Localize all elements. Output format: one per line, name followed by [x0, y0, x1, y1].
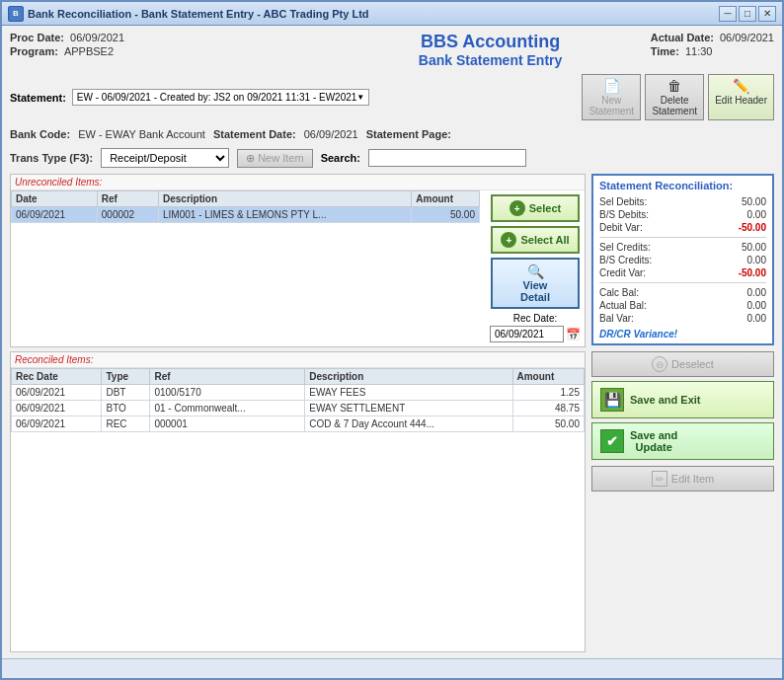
sel-credits-value: 50.00	[742, 242, 766, 253]
edit-item-area: ✏ Edit Item	[591, 466, 774, 491]
select-all-icon: +	[501, 232, 516, 248]
deselect-icon: ⊖	[652, 356, 667, 372]
save-update-label: Save andUpdate	[630, 429, 677, 453]
right-info: Actual Date: 06/09/2021 Time: 11:30	[651, 32, 774, 57]
select-button[interactable]: + Select	[491, 194, 580, 222]
bs-debits-value: 0.00	[747, 209, 766, 220]
table-header-row: Date Ref Description Amount	[12, 191, 480, 207]
reconciled-table-area: Rec Date Type Ref Description Amount	[11, 368, 585, 432]
rec-amount-col-header: Amount	[512, 369, 585, 385]
delete-icon: 🗑	[667, 78, 681, 94]
save-exit-label: Save and Exit	[630, 394, 701, 406]
bal-var-value: 0.00	[747, 313, 766, 324]
statement-date-value: 06/09/2021	[304, 128, 358, 140]
window-title: Bank Reconciliation - Bank Statement Ent…	[28, 8, 719, 20]
bank-code-value: EW - EWAY Bank Account	[78, 128, 205, 140]
dropdown-arrow-icon: ▼	[356, 93, 364, 102]
rec-row-type: REC	[102, 416, 150, 432]
divider-1	[599, 237, 766, 238]
save-exit-button[interactable]: 💾 Save and Exit	[591, 381, 774, 418]
row-amount: 50.00	[412, 207, 480, 223]
deselect-button[interactable]: ⊖ Deselect	[591, 351, 774, 377]
sel-credits-row: Sel Credits: 50.00	[599, 241, 766, 254]
table-row[interactable]: 06/09/2021 DBT 0100/5170 EWAY FEES 1.25	[12, 385, 585, 401]
rec-row-date: 06/09/2021	[12, 401, 102, 416]
table-row[interactable]: 06/09/2021 000002 LIM001 - LIMES & LEMON…	[12, 207, 480, 223]
rec-row-amount: 50.00	[512, 416, 585, 432]
view-detail-button[interactable]: 🔍 ViewDetail	[491, 258, 580, 309]
status-bar	[2, 658, 782, 678]
rec-row-amount: 1.25	[512, 385, 585, 401]
rec-date-area: Rec Date: 📅	[490, 313, 581, 342]
maximize-button[interactable]: □	[739, 6, 756, 22]
trans-type-row: Trans Type (F3): Receipt/Deposit ⊕ New I…	[10, 146, 774, 170]
select-icon: +	[510, 200, 525, 216]
program-label: Program:	[10, 45, 58, 57]
bal-var-label: Bal Var:	[599, 313, 634, 324]
time-row: Time: 11:30	[651, 45, 774, 57]
bs-credits-label: B/S Credits:	[599, 255, 652, 265]
save-exit-icon: 💾	[600, 388, 624, 412]
rec-ref-col-header: Ref	[150, 369, 305, 385]
app-icon: B	[8, 6, 24, 22]
close-button[interactable]: ✕	[758, 6, 776, 22]
select-all-button[interactable]: + Select All	[491, 226, 580, 254]
edit-header-button[interactable]: ✏️ Edit Header	[708, 74, 774, 120]
content-area: Unreconciled Items: Date Ref Description…	[10, 174, 774, 652]
actual-bal-label: Actual Bal:	[599, 300, 647, 311]
statement-value: EW - 06/09/2021 - Created by: JS2 on 09/…	[77, 92, 357, 103]
sel-debits-value: 50.00	[742, 196, 766, 207]
credit-var-value: -50.00	[739, 267, 766, 278]
program-value: APPBSE2	[64, 45, 114, 57]
calendar-icon[interactable]: 📅	[566, 328, 581, 341]
right-panel: Statement Reconciliation: Sel Debits: 50…	[591, 174, 774, 652]
time-value: 11:30	[685, 45, 713, 57]
proc-date-label: Proc Date:	[10, 32, 64, 43]
view-detail-label: ViewDetail	[520, 279, 550, 303]
reconciled-section: Reconciled Items: Rec Date Type Ref Desc…	[10, 351, 586, 652]
statement-page-label: Statement Page:	[366, 128, 451, 140]
new-statement-label: NewStatement	[588, 95, 634, 116]
sel-credits-label: Sel Credits:	[599, 242, 651, 253]
rec-row-desc: EWAY SETTLEMENT	[305, 401, 512, 416]
unreconciled-table: Date Ref Description Amount 06/09/2021	[11, 190, 480, 223]
edit-icon: ✏️	[733, 78, 749, 94]
rec-row-type: BTO	[102, 401, 150, 416]
green-plus-icon: ⊕	[246, 152, 255, 165]
table-row[interactable]: 06/09/2021 REC 000001 COD & 7 Day Accoun…	[12, 416, 585, 432]
calc-bal-label: Calc Bal:	[599, 287, 639, 298]
table-row[interactable]: 06/09/2021 BTO 01 - Commonwealt... EWAY …	[12, 401, 585, 416]
save-update-button[interactable]: ✔ Save andUpdate	[591, 422, 774, 460]
rec-date-col-header: Rec Date	[12, 369, 102, 385]
type-col-header: Type	[102, 369, 150, 385]
select-label: Select	[529, 202, 561, 214]
trans-type-label: Trans Type (F3):	[10, 152, 93, 164]
rec-date-input[interactable]	[490, 326, 564, 342]
new-item-button[interactable]: ⊕ New Item	[237, 149, 312, 168]
reconciled-title: Reconciled Items:	[11, 352, 585, 368]
statement-date-label: Statement Date:	[213, 128, 296, 140]
rec-row-amount: 48.75	[512, 401, 585, 416]
actual-bal-value: 0.00	[747, 300, 766, 311]
left-panel: Unreconciled Items: Date Ref Description…	[10, 174, 586, 652]
program-row: Program: APPBSE2	[10, 45, 330, 57]
edit-item-button[interactable]: ✏ Edit Item	[591, 466, 774, 491]
rec-row-type: DBT	[102, 385, 150, 401]
view-icon: 🔍	[527, 264, 544, 279]
credit-var-row: Credit Var: -50.00	[599, 266, 766, 279]
top-info-row: Proc Date: 06/09/2021 Program: APPBSE2 B…	[10, 32, 774, 68]
statement-dropdown[interactable]: EW - 06/09/2021 - Created by: JS2 on 09/…	[72, 89, 369, 106]
calc-bal-value: 0.00	[747, 287, 766, 298]
search-input[interactable]	[368, 149, 526, 167]
minimize-button[interactable]: ─	[719, 6, 737, 22]
unreconciled-table-area: Date Ref Description Amount 06/09/2021	[11, 190, 480, 346]
statement-label: Statement:	[10, 92, 66, 104]
debit-var-label: Debit Var:	[599, 222, 643, 233]
new-statement-button[interactable]: 📄 NewStatement	[582, 74, 641, 120]
trans-type-select[interactable]: Receipt/Deposit	[101, 148, 229, 168]
edit-header-label: Edit Header	[715, 95, 767, 106]
statement-row: Statement: EW - 06/09/2021 - Created by:…	[10, 72, 774, 122]
delete-statement-button[interactable]: 🗑 DeleteStatement	[645, 74, 704, 120]
rec-header-row: Rec Date Type Ref Description Amount	[12, 369, 585, 385]
rec-row-date: 06/09/2021	[12, 416, 102, 432]
